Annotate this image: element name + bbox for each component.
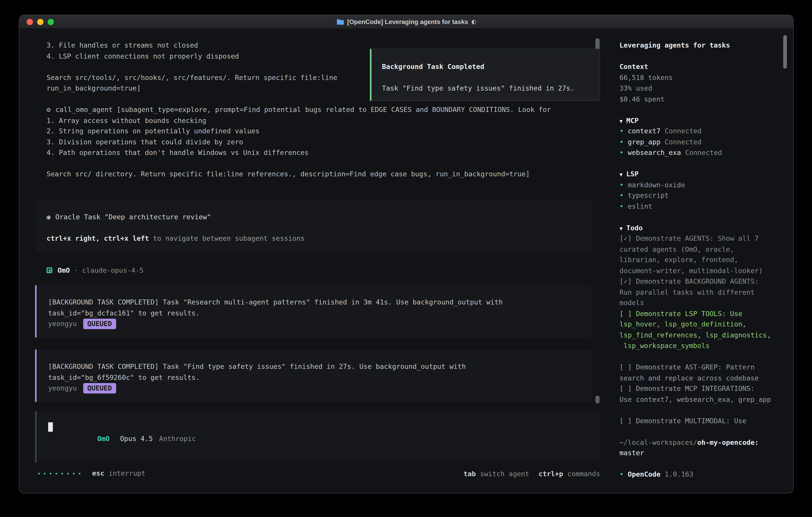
mcp-status: Connected (685, 148, 722, 156)
blank-line (47, 222, 580, 233)
zoom-button[interactable] (48, 19, 54, 25)
todo-section-heading[interactable]: ▼Todo (619, 223, 785, 234)
bullet-icon: • (619, 192, 624, 199)
message-line: [BACKGROUND TASK COMPLETED] Task "Find t… (48, 362, 580, 373)
window-title-text: [OpenCode] Leveraging agents for tasks (347, 18, 468, 25)
tab-key-hint: tab (464, 470, 476, 478)
blank-line (619, 212, 785, 223)
oracle-hint-text: to navigate between subagent sessions (149, 234, 304, 242)
lsp-name: eslint (628, 202, 652, 210)
agent-sep-dot: · (74, 265, 78, 276)
mcp-section-heading[interactable]: ▼MCP (619, 115, 785, 126)
context-used: 33% used (619, 83, 785, 94)
chevron-down-icon: ▼ (619, 172, 622, 178)
message-line: task_id="bg_6f59260c" to get results. (48, 372, 580, 383)
input-model-name: Opus 4.5 (120, 435, 153, 443)
terminal-main: 3. File handles or streams not closed 4.… (19, 28, 600, 493)
workspace-branch-row: master (619, 448, 785, 459)
tool-call-item: 4. Path operations that don't handle Win… (47, 147, 600, 158)
tool-call-header: ⚙call_omo_agent [subagent_type=explore, … (47, 105, 600, 115)
message-meta: yeongyuQUEUED (48, 383, 580, 394)
workspace-repo: oh-my-opencode: (697, 438, 759, 446)
workspace-branch: master (619, 449, 644, 457)
commands-key-hint: ctrl+p (539, 470, 563, 478)
oracle-hint: ctrl+x right, ctrl+x left to navigate be… (47, 233, 580, 244)
statusbar-left: ••••••••escinterrupt (37, 468, 145, 480)
input-agent-name: OmO (97, 435, 110, 443)
model-row: OmOOpus 4.5Anthropic (48, 423, 196, 455)
app-version: 1.0.163 (665, 470, 693, 478)
bullet-icon: • (619, 470, 624, 478)
lsp-item: •markdown-oxide (619, 180, 785, 191)
agent-icon (47, 268, 52, 273)
close-button[interactable] (27, 19, 33, 25)
minimize-button[interactable] (37, 19, 44, 25)
tool-call-item: 3. Division operations that could divide… (47, 137, 600, 147)
titlebar[interactable]: [OpenCode] Leveraging agents for tasks ◐ (19, 15, 793, 29)
lsp-heading-label: LSP (627, 170, 639, 178)
lsp-section-heading[interactable]: ▼LSP (619, 169, 785, 180)
agent-name: OmO (58, 265, 70, 276)
bullet-icon: • (619, 181, 624, 189)
message-line: task_id="bg_dcfac161" to get results. (48, 308, 580, 319)
message-meta: yeongyuQUEUED (48, 319, 580, 329)
todo-item: [✓] Demonstrate AGENTS: Show all 7 curat… (619, 233, 785, 276)
bullet-icon: • (619, 148, 624, 156)
oracle-hint-keys: ctrl+x right, ctrl+x left (47, 234, 149, 242)
esc-key-hint: esc (92, 469, 104, 477)
mcp-item: •websearch_exaConnected (619, 147, 785, 158)
tool-call-footer: Search src/ directory. Return specific f… (47, 169, 600, 180)
workspace-path: ~/local-workspaces/oh-my-opencode: (619, 437, 785, 448)
version-row: •OpenCode1.0.163 (619, 469, 785, 480)
mcp-status: Connected (665, 138, 701, 146)
todo-item: [ ] Demonstrate AST-GREP: Pattern search… (619, 362, 785, 383)
tool-call-item: 2. String operations on potentially unde… (47, 126, 600, 137)
gear-icon: ⚙ (47, 106, 51, 113)
prompt-input[interactable]: OmOOpus 4.5Anthropic (35, 411, 600, 463)
agent-header: OmO · claude-opus-4-5 (47, 265, 600, 276)
mcp-heading-label: MCP (627, 116, 639, 124)
chevron-down-icon: ▼ (619, 225, 622, 231)
traffic-lights (27, 15, 54, 28)
main-scrollbar-thumb[interactable] (596, 396, 600, 404)
record-icon: ◉ (47, 213, 51, 220)
lsp-item: •eslint (619, 201, 785, 212)
todo-item: [✓] Demonstrate BACKGROUND AGENTS: Run p… (619, 276, 785, 308)
blank-line (619, 105, 785, 115)
esc-key-label: interrupt (109, 469, 145, 477)
context-heading: Context (619, 62, 785, 73)
workspace-dir: ~/local-workspaces/ (619, 438, 697, 446)
agent-icon-dot (48, 269, 50, 271)
message-line: [BACKGROUND TASK COMPLETED] Task "Resear… (48, 297, 580, 308)
sidebar: Leveraging agents for tasks Context 66,5… (612, 28, 793, 493)
mcp-item: •context7Connected (619, 126, 785, 137)
statusbar: ••••••••escinterrupt tabswitch agentctrl… (37, 468, 600, 480)
blank-line (619, 427, 785, 437)
chevron-down-icon: ▼ (619, 118, 622, 124)
message-block: [BACKGROUND TASK COMPLETED] Task "Find t… (35, 350, 591, 402)
todo-heading-label: Todo (627, 224, 643, 232)
sidebar-scrollbar-thumb[interactable] (783, 35, 787, 69)
todo-item: [ ] Demonstrate MULTIMODAL: Use (619, 416, 785, 427)
lsp-name: markdown-oxide (628, 181, 685, 189)
tool-call-text: call_omo_agent [subagent_type=explore, p… (55, 106, 551, 113)
toast-body: Task "Find type safety issues" finished … (382, 83, 589, 94)
spinner-dots-icon: •••••••• (37, 470, 84, 477)
input-provider-name: Anthropic (159, 435, 196, 443)
lsp-name: typescript (628, 192, 669, 199)
tool-call-item: 1. Array access without bounds checking (47, 115, 600, 126)
blank-line (619, 459, 785, 469)
todo-item: [ ] Demonstrate MCP INTEGRATIONS: Use co… (619, 384, 785, 405)
commands-key-label: commands (568, 470, 600, 478)
bullet-icon: • (619, 202, 624, 210)
session-title: Leveraging agents for tasks (619, 40, 785, 51)
oracle-task-title: Oracle Task "Deep architecture review" (55, 213, 211, 220)
toast-title: Background Task Completed (382, 62, 589, 73)
context-tokens: 66,518 tokens (619, 73, 785, 83)
bullet-icon: • (619, 138, 624, 146)
app-name: OpenCode (628, 470, 661, 478)
folder-icon (336, 19, 344, 25)
agent-separator (70, 265, 74, 276)
message-author: yeongyu (48, 320, 77, 327)
mcp-status: Connected (665, 127, 701, 135)
